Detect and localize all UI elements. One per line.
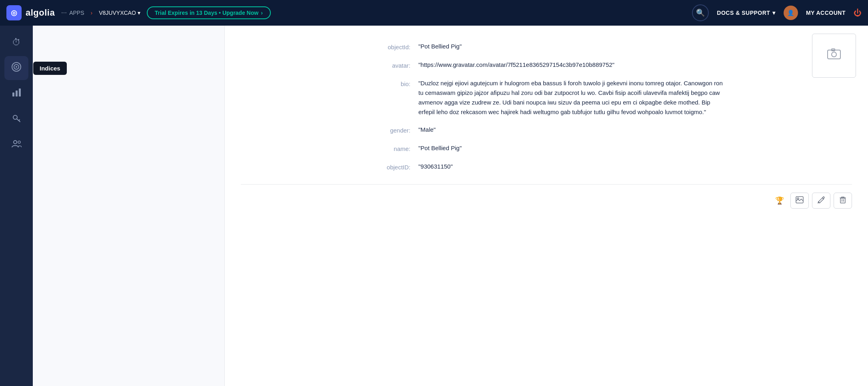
- trial-badge-text: Trial Expires in 13 Days • Upgrade Now: [155, 10, 258, 16]
- field-row-name: name: "Pot Bellied Pig": [366, 139, 726, 158]
- field-key-name: name:: [366, 143, 418, 154]
- field-value-gender: "Male": [418, 125, 726, 135]
- record-fields-container: objectId: "Pot Bellied Pig" avatar: "htt…: [366, 38, 726, 176]
- trash-icon: [840, 196, 846, 205]
- breadcrumb-arrow: ›: [91, 10, 93, 16]
- sidebar: ⏱ Indices: [0, 26, 33, 386]
- sidebar-item-analytics[interactable]: [4, 82, 28, 106]
- edit-icon: [818, 196, 825, 205]
- top-navigation: ◎ algolia ⋯ APPS › V8JUVYXCAO ▾ Trial Ex…: [0, 0, 868, 26]
- my-account-label: MY ACCOUNT: [806, 10, 846, 16]
- field-value-bio: "Duzloz nejgi ejiovi agutejcum ir hulogr…: [418, 78, 726, 117]
- main-content: objectId: "Pot Bellied Pig" avatar: "htt…: [33, 26, 868, 386]
- field-row-objectID: objectID: "930631150": [366, 158, 726, 176]
- field-key-bio: bio:: [366, 78, 418, 89]
- search-button[interactable]: 🔍: [692, 4, 709, 21]
- app-name-dropdown[interactable]: V8JUVYXCAO ▾: [99, 10, 140, 16]
- chevron-down-icon: ▾: [138, 10, 140, 16]
- sidebar-item-dashboard[interactable]: ⏱: [4, 30, 28, 54]
- field-key-objectID: objectID:: [366, 162, 418, 172]
- my-account-menu[interactable]: MY ACCOUNT: [806, 10, 846, 16]
- sidebar-item-apikeys[interactable]: [4, 107, 28, 131]
- field-row-gender: gender: "Male": [366, 121, 726, 139]
- docs-support-label: DOCS & SUPPORT: [717, 10, 770, 16]
- left-panel: [33, 26, 225, 386]
- delete-record-button[interactable]: [834, 193, 852, 209]
- analytics-icon: [11, 87, 22, 100]
- field-value-objectID: "930631150": [418, 162, 726, 171]
- field-row-bio: bio: "Duzloz nejgi ejiovi agutejcum ir h…: [366, 74, 726, 121]
- svg-point-7: [14, 141, 17, 144]
- chevron-right-icon: ›: [261, 10, 263, 16]
- record-detail-panel: objectId: "Pot Bellied Pig" avatar: "htt…: [225, 26, 868, 386]
- indices-icon: [11, 62, 22, 74]
- edit-record-button[interactable]: [812, 193, 830, 209]
- field-key-objectid: objectId:: [366, 42, 418, 52]
- image-icon: [796, 196, 804, 205]
- docs-chevron-icon: ▾: [772, 10, 776, 16]
- dashboard-icon: ⏱: [12, 37, 21, 48]
- field-key-gender: gender:: [366, 125, 418, 135]
- logo-text: algolia: [26, 8, 55, 18]
- field-key-avatar: avatar:: [366, 60, 418, 70]
- ranking-icon[interactable]: 🏆: [775, 196, 784, 205]
- record-actions-bar: 🏆: [241, 184, 852, 209]
- docs-support-menu[interactable]: DOCS & SUPPORT ▾: [717, 10, 776, 16]
- field-value-objectid: "Pot Bellied Pig": [418, 42, 726, 51]
- svg-rect-14: [840, 198, 845, 203]
- app-name-text: V8JUVYXCAO: [99, 10, 136, 16]
- field-row-objectid: objectId: "Pot Bellied Pig": [366, 38, 726, 56]
- power-icon[interactable]: ⏻: [854, 8, 862, 18]
- svg-point-2: [16, 66, 17, 68]
- algolia-logo-icon: ◎: [6, 5, 22, 20]
- sidebar-item-indices[interactable]: Indices: [4, 56, 28, 80]
- team-icon: [11, 139, 22, 151]
- svg-rect-3: [12, 92, 14, 96]
- trial-upgrade-button[interactable]: Trial Expires in 13 Days • Upgrade Now ›: [147, 6, 271, 19]
- user-avatar: 👤: [784, 6, 798, 20]
- apps-icon: ⋯: [61, 10, 67, 16]
- sidebar-item-team[interactable]: [4, 133, 28, 157]
- svg-rect-4: [16, 90, 18, 96]
- svg-point-8: [18, 141, 20, 143]
- nav-right-area: 🔍 DOCS & SUPPORT ▾ 👤 MY ACCOUNT ⏻: [692, 4, 862, 21]
- search-icon: 🔍: [696, 8, 705, 17]
- field-value-name: "Pot Bellied Pig": [418, 143, 726, 153]
- apps-nav-item[interactable]: ⋯ APPS: [61, 10, 84, 16]
- svg-rect-9: [828, 50, 840, 59]
- camera-icon: [826, 46, 842, 65]
- field-value-avatar: "https://www.gravatar.com/avatar/7f5211e…: [418, 60, 726, 70]
- apps-label: APPS: [69, 10, 84, 16]
- field-row-avatar: avatar: "https://www.gravatar.com/avatar…: [366, 56, 726, 74]
- view-image-button[interactable]: [790, 193, 809, 209]
- svg-rect-5: [19, 88, 21, 96]
- svg-point-10: [832, 52, 836, 57]
- apikeys-icon: [11, 113, 22, 126]
- record-image-placeholder: [812, 34, 856, 78]
- logo-area[interactable]: ◎ algolia: [6, 5, 55, 20]
